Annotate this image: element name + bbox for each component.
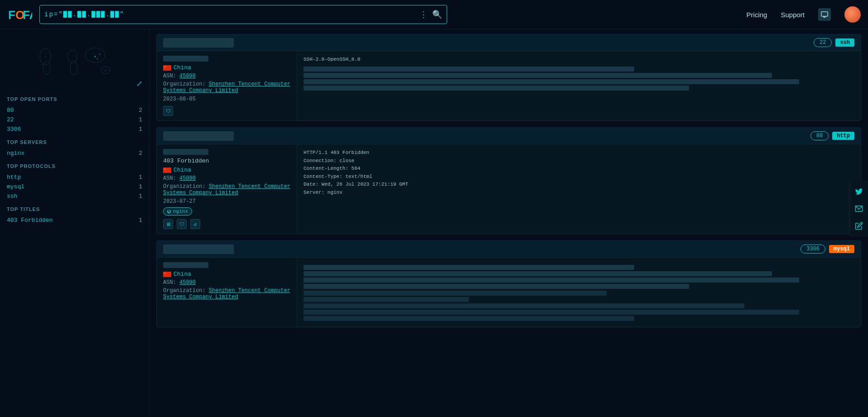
twitter-icon[interactable] — [853, 185, 865, 198]
header-nav: Pricing Support — [747, 6, 861, 23]
main-layout: ⤢ TOP OPEN PORTS80222133061TOP SERVERSng… — [0, 29, 868, 417]
asn-link[interactable]: 45090 — [179, 175, 196, 182]
result-left-col: ChinaASN: 45090Organization: Shenzhen Te… — [157, 51, 297, 120]
svg-point-16 — [105, 70, 106, 71]
sidebar-item[interactable]: 221 — [7, 115, 142, 125]
user-avatar[interactable] — [844, 6, 861, 23]
port-badge: 3306 — [800, 244, 825, 254]
shield-icon[interactable]: 🛡 — [177, 219, 187, 229]
protocol-badge: mysql — [829, 245, 854, 253]
result-card-header: ████████████3306mysql — [157, 241, 861, 258]
result-ip[interactable]: ████████████ — [163, 39, 814, 47]
svg-point-15 — [92, 53, 93, 54]
result-card-body: 403 ForbiddenChinaASN: 45090Organization… — [157, 144, 861, 234]
sidebar-item-count: 1 — [139, 193, 142, 200]
svg-point-12 — [94, 56, 96, 58]
map-expand-icon[interactable]: ⤢ — [136, 79, 142, 88]
pricing-link[interactable]: Pricing — [747, 11, 767, 19]
sidebar-section: TOP TITLES403 Forbidden1 — [0, 203, 149, 227]
country-row: China — [163, 167, 290, 173]
sidebar-section-title: TOP PROTOCOLS — [7, 163, 142, 169]
sidebar-item-count: 1 — [139, 183, 142, 190]
svg-text:F: F — [8, 8, 15, 22]
sidebar-sections: TOP OPEN PORTS80222133061TOP SERVERSngin… — [0, 93, 149, 227]
sidebar-item[interactable]: 403 Forbidden1 — [7, 216, 142, 225]
country-name: China — [174, 64, 191, 71]
svg-point-13 — [99, 54, 100, 55]
sidebar-section: TOP SERVERSnginx2 — [0, 136, 149, 160]
result-date: 2023-07-27 — [163, 198, 290, 205]
screen-icon[interactable]: 🖥 — [163, 219, 173, 229]
sidebar-item-count: 1 — [139, 217, 142, 224]
sidebar-item-label: http — [7, 174, 139, 181]
sidebar-item-label: nginx — [7, 150, 139, 157]
search-options-icon[interactable]: ⋮ — [420, 10, 428, 19]
screen-share-icon[interactable] — [818, 8, 831, 21]
sidebar-item-count: 2 — [139, 150, 142, 157]
result-card-header: ████████████22ssh — [157, 34, 861, 51]
sidebar-section-title: TOP SERVERS — [7, 139, 142, 145]
email-icon[interactable] — [853, 202, 865, 215]
result-left-col: 403 ForbiddenChinaASN: 45090Organization… — [157, 144, 297, 234]
country-row: China — [163, 271, 290, 278]
sidebar-item[interactable]: mysql1 — [7, 182, 142, 192]
sidebar-item-label: mysql — [7, 183, 139, 190]
shield-icon[interactable]: 🛡 — [163, 106, 173, 116]
edit-icon[interactable] — [853, 220, 865, 232]
result-right-col: HTTP/1.1 403 Forbidden Connection: close… — [297, 144, 861, 234]
sidebar-item-label: 3306 — [7, 126, 139, 133]
asn-link[interactable]: 45090 — [179, 279, 196, 286]
result-date: 2023-08-05 — [163, 96, 290, 102]
svg-point-14 — [96, 58, 98, 60]
search-button[interactable]: 🔍 — [432, 10, 442, 19]
result-right-col — [297, 258, 861, 327]
sidebar-item-label: 80 — [7, 107, 139, 114]
refresh-icon[interactable]: ↺ — [190, 219, 200, 229]
port-badge: 80 — [810, 131, 829, 140]
header: F O FA ⋮ 🔍 Pricing Support — [0, 0, 868, 29]
asn-row: ASN: 45090 — [163, 175, 290, 182]
country-flag — [163, 272, 171, 277]
sidebar-item-count: 2 — [139, 107, 142, 114]
social-sidebar — [849, 181, 868, 237]
search-input[interactable] — [44, 11, 420, 18]
search-bar: ⋮ 🔍 — [39, 5, 447, 24]
svg-text:FA: FA — [23, 8, 32, 22]
sidebar-item[interactable]: 33061 — [7, 125, 142, 134]
svg-rect-3 — [821, 12, 828, 16]
results-container: ████████████22sshChinaASN: 45090Organiza… — [156, 34, 861, 327]
results-content: ████████████22sshChinaASN: 45090Organiza… — [149, 29, 868, 417]
result-card: ████████████22sshChinaASN: 45090Organiza… — [156, 34, 861, 121]
port-badge: 22 — [814, 38, 832, 47]
asn-row: ASN: 45090 — [163, 73, 290, 79]
svg-point-7 — [43, 62, 50, 74]
sidebar-item[interactable]: 802 — [7, 105, 142, 115]
result-ip[interactable]: ████████████ — [163, 132, 810, 140]
protocol-badge: ssh — [835, 38, 854, 47]
sidebar-item-count: 1 — [139, 174, 142, 181]
sidebar-section: TOP PROTOCOLShttp1mysql1ssh1 — [0, 160, 149, 203]
sidebar-item[interactable]: http1 — [7, 173, 142, 182]
sidebar-item-label: 22 — [7, 116, 139, 123]
sidebar-section-title: TOP OPEN PORTS — [7, 96, 142, 102]
result-icon-row: 🛡 — [163, 106, 290, 116]
org-row: Organization: Shenzhen Tencent Computer … — [163, 183, 290, 196]
support-link[interactable]: Support — [781, 11, 805, 19]
result-icon-row: 🖥🛡↺ — [163, 219, 290, 229]
server-tag-badge[interactable]: Nnginx — [163, 207, 192, 216]
asn-link[interactable]: 45090 — [179, 73, 196, 79]
sidebar-item[interactable]: nginx2 — [7, 149, 142, 158]
asn-row: ASN: 45090 — [163, 279, 290, 286]
world-map — [29, 41, 120, 86]
response-text: SSH-2.0-OpenSSH_8.0 — [304, 56, 854, 64]
result-card: ████████████80http403 ForbiddenChinaASN:… — [156, 127, 861, 234]
svg-point-17 — [44, 56, 46, 58]
result-ip[interactable]: ████████████ — [163, 245, 800, 253]
sidebar-item-count: 1 — [139, 126, 142, 133]
sidebar-section-title: TOP TITLES — [7, 206, 142, 212]
result-title: 403 Forbidden — [163, 158, 290, 164]
sidebar: ⤢ TOP OPEN PORTS80222133061TOP SERVERSng… — [0, 29, 149, 417]
sidebar-item[interactable]: ssh1 — [7, 192, 142, 201]
sidebar-item-label: ssh — [7, 193, 139, 200]
response-text: HTTP/1.1 403 Forbidden Connection: close… — [304, 149, 854, 197]
